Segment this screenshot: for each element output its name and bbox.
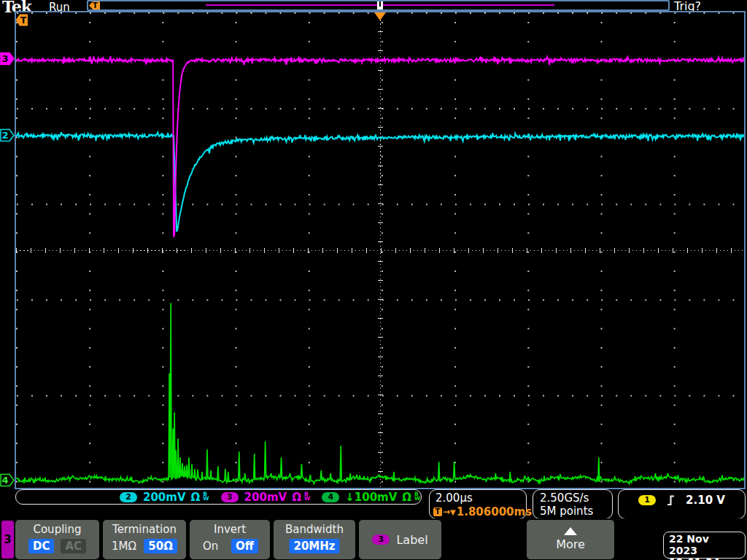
more-up-triangle-icon [564, 527, 577, 535]
coupling-button[interactable]: Coupling DC AC [15, 520, 99, 559]
channel-2-marker-label: 2 [1, 130, 8, 141]
timebase-scale: 2.00µs [436, 491, 473, 505]
acquisition-readout-box[interactable]: 2.50GS/s 5M points [533, 489, 613, 519]
trigger-source-badge: 1 [638, 495, 656, 505]
oscilloscope-screen: Tek Run Trig? T 3 2 4 T 2 200mV Ω [0, 0, 747, 560]
trigger-position-marker[interactable] [377, 1, 383, 9]
coupling-option-dc[interactable]: DC [28, 539, 54, 553]
channel-3-marker[interactable]: 3 [0, 52, 15, 66]
trigger-level-value: 2.10 V [686, 494, 725, 507]
rising-edge-icon [666, 494, 676, 506]
invert-option-on[interactable]: On [203, 539, 218, 553]
invert-button[interactable]: Invert On Off [190, 520, 270, 559]
channel-3-menu-tab[interactable]: 3 [1, 521, 14, 559]
more-button[interactable]: More [527, 520, 614, 559]
datetime-box: 22 Nov 2023 12:01:24 [663, 532, 746, 559]
trigger-t-icon: T [433, 508, 442, 516]
bandwidth-button[interactable]: Bandwidth 20MHz [274, 520, 355, 559]
bandwidth-title: Bandwidth [274, 523, 355, 536]
trigger-level-marker[interactable]: T [15, 14, 28, 26]
timebase-delay-value: 1.806000ms [457, 505, 532, 518]
time-text: 12:01:24 [669, 556, 740, 560]
channel-2-bandwidth-limit-icon: B W [203, 492, 209, 500]
timebase-readout-box[interactable]: 2.00µs T → ▼ 1.806000ms [429, 489, 527, 519]
waveform-traces [16, 12, 744, 488]
channel-2-badge: 2 [120, 492, 137, 502]
channel-readout-box[interactable]: 2 200mV Ω B W 3 200mV Ω B W 4 ↓100mV Ω B… [15, 489, 422, 505]
channel-4-marker-label: 4 [1, 475, 8, 486]
record-length: 5M points [540, 505, 593, 518]
termination-option-1m[interactable]: 1MΩ [112, 539, 136, 553]
termination-option-50[interactable]: 50Ω [144, 539, 177, 553]
label-text: Label [396, 533, 427, 547]
graticule [15, 11, 746, 489]
triangle-down-icon: ▼ [450, 508, 456, 516]
date-text: 22 Nov 2023 [669, 533, 740, 556]
channel-2-marker[interactable]: 2 [0, 128, 15, 142]
trigger-readout-box[interactable]: 1 2.10 V [618, 489, 746, 519]
coupling-title: Coupling [15, 523, 99, 536]
trigger-readout-row: 1 2.10 V [619, 494, 745, 507]
channel-2-impedance: Ω [191, 491, 201, 504]
record-trigger-left-icon: T [89, 1, 100, 9]
channel-3-readout: 200mV Ω B W [244, 491, 311, 504]
arrow-right-icon: → [443, 507, 450, 517]
record-view-bar[interactable]: T [87, 0, 670, 11]
termination-title: Termination [103, 523, 186, 536]
sample-rate: 2.50GS/s [540, 491, 589, 505]
label-row: 3 Label [359, 520, 441, 559]
channel-2-scale: 200mV [143, 491, 186, 504]
invert-option-off[interactable]: Off [231, 539, 258, 553]
more-text: More [527, 537, 614, 551]
channel-4-readout: ↓100mV Ω B W [345, 491, 420, 504]
coupling-option-ac[interactable]: AC [61, 539, 86, 553]
label-button[interactable]: 3 Label [359, 520, 441, 559]
channel-3-impedance: Ω [292, 491, 301, 504]
channel-4-badge: 4 [322, 492, 339, 502]
invert-title: Invert [190, 523, 270, 536]
channel-3-bandwidth-limit-icon: B W [304, 492, 310, 500]
timebase-delay: T → ▼ 1.806000ms [433, 505, 532, 518]
channel-3-marker-label: 3 [1, 53, 8, 64]
channel-3-scale: 200mV [244, 491, 287, 504]
bandwidth-option-20mhz[interactable]: 20MHz [289, 539, 339, 553]
channel-4-scale: ↓100mV [345, 491, 397, 504]
channel-4-impedance: Ω [402, 491, 411, 504]
channel-4-bandwidth-limit-icon: B W [414, 492, 420, 500]
bottom-menu-bar: 3 Coupling DC AC Termination 1MΩ 50Ω Inv… [0, 518, 747, 560]
channel-3-badge: 3 [221, 492, 239, 502]
trigger-position-arrow-icon[interactable] [374, 12, 386, 20]
channel-2-readout: 200mV Ω B W [143, 491, 209, 504]
label-channel-badge: 3 [372, 534, 390, 545]
termination-button[interactable]: Termination 1MΩ 50Ω [103, 520, 186, 559]
trigger-level-marker-label: T [20, 15, 27, 26]
channel-4-marker[interactable]: 4 [0, 473, 15, 487]
